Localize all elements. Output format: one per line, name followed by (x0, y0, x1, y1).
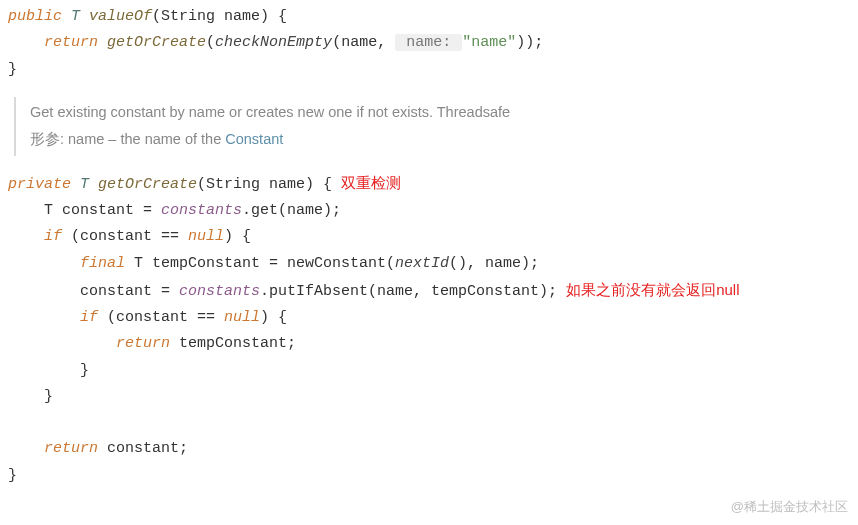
l4b: T tempConstant = newConstant( (125, 255, 395, 272)
fn-valueof: valueOf (89, 8, 152, 25)
keyword-null-2: null (224, 309, 260, 326)
fn-nextid: nextId (395, 255, 449, 272)
doc-line-1: Get existing constant by name or creates… (30, 99, 850, 127)
keyword-null: null (188, 228, 224, 245)
annotation-2: 如果之前没有就会返回null (566, 281, 739, 298)
type-t: T (71, 8, 80, 25)
fn-checknonempty: checkNonEmpty (215, 34, 332, 51)
l5b: .putIfAbsent(name, tempConstant); (260, 283, 557, 300)
fn-getorcreate-call: getOrCreate (107, 34, 206, 51)
field-constants-2: constants (179, 283, 260, 300)
string-literal: "name" (462, 34, 516, 51)
l10b: constant; (98, 440, 188, 457)
sig2: (String name) { (197, 176, 332, 193)
l7a (8, 335, 116, 352)
type-t2: T (80, 176, 89, 193)
keyword-return: return (44, 34, 98, 51)
l9: } (8, 388, 53, 405)
javadoc-block: Get existing constant by name or creates… (14, 97, 850, 156)
l7b: tempConstant; (170, 335, 296, 352)
l11: } (8, 467, 17, 484)
code-block-1: public T valueOf(String name) { return g… (8, 4, 850, 83)
l5a: constant = (8, 283, 179, 300)
l2a: T constant = (8, 202, 161, 219)
l3a (8, 228, 44, 245)
l6c: ) { (260, 309, 287, 326)
l6b: (constant == (98, 309, 224, 326)
fn-getorcreate: getOrCreate (98, 176, 197, 193)
l2b: .get(name); (242, 202, 341, 219)
paren: ( (206, 34, 215, 51)
watermark: @稀土掘金技术社区 (731, 496, 848, 519)
code-block-2: private T getOrCreate(String name) { 双重检… (8, 170, 850, 489)
doc-line-2: 形参: name – the name of the Constant (30, 126, 850, 154)
sig: (String name) { (152, 8, 287, 25)
keyword-return-3: return (44, 440, 98, 457)
keyword-public: public (8, 8, 62, 25)
l3c: ) { (224, 228, 251, 245)
field-constants: constants (161, 202, 242, 219)
close: )); (516, 34, 543, 51)
keyword-if-2: if (80, 309, 98, 326)
args: (name, (332, 34, 395, 51)
l6a (8, 309, 80, 326)
l8: } (8, 362, 89, 379)
keyword-private: private (8, 176, 71, 193)
l4c: (), name); (449, 255, 539, 272)
doc-link-constant: Constant (225, 131, 283, 147)
keyword-final: final (80, 255, 125, 272)
annotation-1: 双重检测 (341, 174, 401, 191)
l3b: (constant == (62, 228, 188, 245)
l10a (8, 440, 44, 457)
l4a (8, 255, 80, 272)
keyword-return-2: return (116, 335, 170, 352)
param-hint: name: (395, 34, 462, 51)
keyword-if: if (44, 228, 62, 245)
brace: } (8, 61, 17, 78)
